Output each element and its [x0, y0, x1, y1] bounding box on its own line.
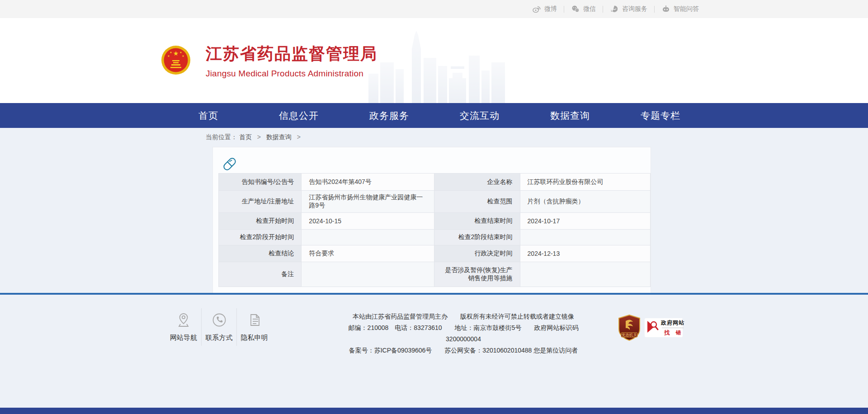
pill-icon [222, 156, 237, 172]
row-value-2 [520, 230, 651, 245]
smart-qa-icon [661, 5, 670, 14]
svg-text:★: ★ [182, 55, 184, 57]
wechat-icon [571, 5, 580, 14]
topbar-separator [564, 6, 564, 13]
row-value-2: 江苏联环药业股份有限公司 [520, 174, 651, 191]
row-label-2: 检查结束时间 [434, 213, 520, 230]
row-label-1: 生产地址/注册地址 [219, 191, 302, 213]
row-label-1: 检查开始时间 [219, 213, 302, 230]
consult-service-label: 咨询服务 [622, 5, 647, 13]
table-row: 告知书编号/公告号 告知书2024年第407号 企业名称 江苏联环药业股份有限公… [219, 174, 651, 191]
detail-card: 告知书编号/公告号 告知书2024年第407号 企业名称 江苏联环药业股份有限公… [212, 147, 651, 293]
row-value-1: 告知书2024年第407号 [302, 174, 434, 191]
wechat-link[interactable]: 微信 [571, 5, 596, 14]
error-finder-text: 政府网站 找 错 [661, 319, 684, 337]
weibo-label: 微博 [544, 5, 557, 13]
website-error-finder-badge[interactable]: 政府网站 找 错 [645, 318, 683, 337]
row-value-1: 2024-10-15 [302, 213, 434, 230]
row-label-1: 检查结论 [219, 245, 302, 262]
row-label-1: 告知书编号/公告号 [219, 174, 302, 191]
contact-link[interactable]: 联系方式 [201, 308, 236, 346]
nav-menu-item[interactable]: 首页 [163, 103, 254, 128]
row-value-2: 2024-12-13 [520, 245, 651, 262]
svg-text:★: ★ [173, 50, 179, 57]
row-label-1: 检查2阶段开始时间 [219, 230, 302, 245]
nav-menu-item[interactable]: 数据查询 [525, 103, 615, 128]
site-map-label: 网站导航 [170, 334, 197, 342]
city-skyline-watermark [368, 31, 509, 103]
row-value-1 [302, 230, 434, 245]
row-value-2 [520, 262, 651, 287]
weibo-icon [532, 5, 541, 14]
breadcrumb-prefix: 当前位置： [206, 133, 237, 141]
smart-qa-link[interactable]: 智能问答 [661, 5, 699, 14]
row-label-2: 企业名称 [434, 174, 520, 191]
breadcrumb-separator: > [257, 133, 261, 141]
consult-service-link[interactable]: 咨询服务 [610, 5, 647, 14]
inspection-detail-table: 告知书编号/公告号 告知书2024年第407号 企业名称 江苏联环药业股份有限公… [218, 173, 651, 287]
breadcrumb-separator: > [297, 133, 301, 141]
svg-text:★: ★ [170, 51, 172, 54]
privacy-label: 隐私申明 [241, 334, 268, 342]
row-label-2: 检查2阶段结束时间 [434, 230, 520, 245]
top-utility-bar: 微博 微信 咨询服务 智能问答 [0, 0, 868, 18]
wechat-label: 微信 [583, 5, 596, 13]
footer-info-text: 本站由江苏省药品监督管理局主办 版权所有未经许可禁止转载或者建立镜像 邮编：21… [337, 311, 590, 356]
error-finder-top-label: 政府网站 [661, 319, 684, 327]
footer-badges: 党政机关 政府网站 找 错 [618, 315, 683, 341]
nav-menu-item[interactable]: 专题专栏 [615, 103, 706, 128]
party-gov-badge[interactable]: 党政机关 [618, 315, 641, 341]
row-value-2: 2024-10-17 [520, 213, 651, 230]
privacy-doc-icon [246, 312, 263, 328]
site-map-link[interactable]: 网站导航 [166, 308, 201, 346]
topbar-separator [654, 6, 655, 13]
row-label-2: 检查范围 [434, 191, 520, 213]
privacy-link[interactable]: 隐私申明 [236, 308, 272, 346]
bottom-navy-strip [0, 408, 868, 414]
footer-line-2: 邮编：210008 电话：83273610 地址：南京市鼓楼街5号 政府网站标识… [337, 322, 590, 345]
site-map-pin-icon [175, 312, 192, 328]
party-badge-text: 党政机关 [622, 333, 637, 337]
table-row: 生产地址/注册地址 江苏省扬州市扬州生物健康产业园健康一路9号 检查范围 片剂（… [219, 191, 651, 213]
row-label-2: 行政决定时间 [434, 245, 520, 262]
contact-label: 联系方式 [206, 334, 233, 342]
nav-menu-item[interactable]: 信息公开 [254, 103, 344, 128]
site-title: 江苏省药品监督管理局 [206, 43, 377, 65]
content-area: 当前位置： 首页 > 数据查询 > 告知书编号/公告号 告知书2024年第407… [0, 128, 868, 293]
main-nav: 首页 信息公开 政务服务 交流互动 数据查询 专题专栏 [0, 103, 868, 128]
svg-text:★: ★ [167, 55, 170, 57]
row-label-2: 是否涉及暂停(恢复)生产销售使用等措施 [434, 262, 520, 287]
national-emblem-logo: ★ ★ ★ ★ ★ [161, 45, 191, 75]
weibo-link[interactable]: 微博 [532, 5, 557, 14]
page: 微博 微信 咨询服务 智能问答 [0, 0, 868, 414]
footer-quick-links: 网站导航 联系方式 [166, 308, 272, 346]
nav-menu: 首页 信息公开 政务服务 交流互动 数据查询 专题专栏 [163, 103, 868, 128]
table-row: 检查结论 符合要求 行政决定时间 2024-12-13 [219, 245, 651, 262]
nav-menu-item[interactable]: 交流互动 [434, 103, 525, 128]
error-finder-magnifier-icon [646, 320, 660, 335]
error-finder-bottom-label: 找 错 [664, 329, 683, 337]
breadcrumb-section-link[interactable]: 数据查询 [266, 133, 292, 141]
site-header: ★ ★ ★ ★ ★ 江苏省药品监督管理局 Jiangsu Medical Pro… [0, 18, 868, 103]
svg-text:★: ★ [179, 51, 182, 54]
site-subtitle: Jiangsu Medical Products Administration [206, 69, 377, 79]
row-value-1 [302, 262, 434, 287]
table-row: 备注 是否涉及暂停(恢复)生产销售使用等措施 [219, 262, 651, 287]
table-row: 检查开始时间 2024-10-15 检查结束时间 2024-10-17 [219, 213, 651, 230]
breadcrumb-home-link[interactable]: 首页 [239, 133, 252, 141]
error-finder-divider [662, 328, 684, 328]
row-label-1: 备注 [219, 262, 302, 287]
nav-menu-item[interactable]: 政务服务 [344, 103, 434, 128]
site-title-block: 江苏省药品监督管理局 Jiangsu Medical Products Admi… [206, 43, 377, 79]
consult-service-icon [610, 5, 619, 14]
smart-qa-label: 智能问答 [674, 5, 699, 13]
footer-line-3: 备案号：苏ICP备09039606号 苏公网安备：32010602010488 … [337, 345, 590, 356]
breadcrumb: 当前位置： 首页 > 数据查询 > [206, 133, 304, 141]
row-value-1: 符合要求 [302, 245, 434, 262]
footer-line-1: 本站由江苏省药品监督管理局主办 版权所有未经许可禁止转载或者建立镜像 [337, 311, 590, 322]
table-row: 检查2阶段开始时间 检查2阶段结束时间 [219, 230, 651, 245]
topbar-separator [603, 6, 603, 13]
row-value-2: 片剂（含抗肿瘤类） [520, 191, 651, 213]
row-value-1: 江苏省扬州市扬州生物健康产业园健康一路9号 [302, 191, 434, 213]
footer: 网站导航 联系方式 [0, 295, 868, 408]
